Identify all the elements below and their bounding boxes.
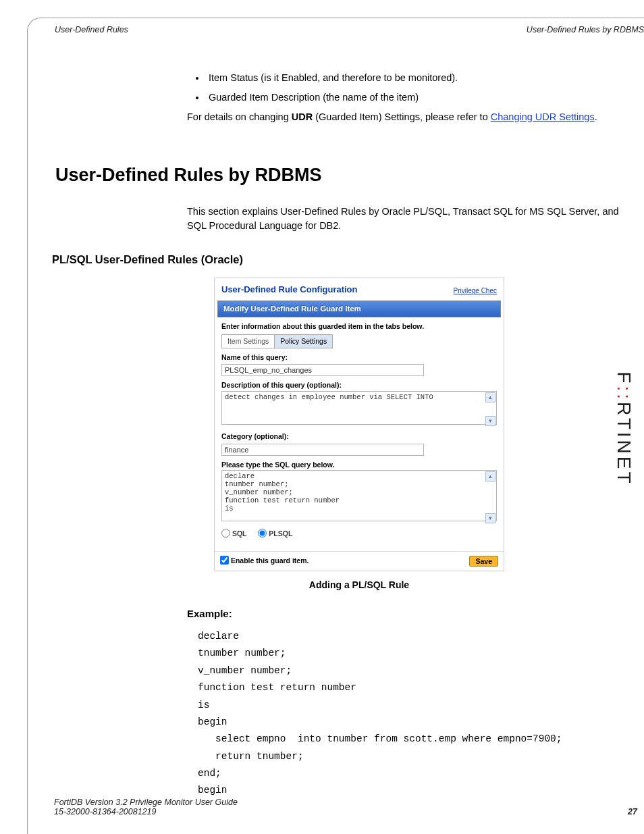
save-button[interactable]: Save — [469, 556, 498, 567]
header-right: User-Defined Rules by RDBMS — [527, 25, 644, 34]
label-query-name: Name of this query: — [221, 353, 497, 363]
enable-guard-checkbox[interactable]: Enable this guard item. — [220, 556, 308, 566]
category-input[interactable] — [221, 444, 424, 456]
footer-docid: 15-32000-81364-20081219 — [54, 807, 238, 816]
brand-post: RTINET — [614, 401, 635, 486]
text: . — [595, 111, 597, 122]
label-category: Category (optional): — [221, 432, 497, 442]
header-left: User-Defined Rules — [55, 25, 128, 34]
code-block: declare tnumber number; v_number number;… — [198, 628, 628, 800]
footer-title: FortiDB Version 3.2 Privilege Monitor Us… — [54, 798, 238, 807]
subsection-heading: PL/SQL User-Defined Rules (Oracle) — [52, 252, 628, 268]
content-area: Item Status (is it Enabled, and therefor… — [28, 34, 644, 800]
dialog-title: User-Defined Rule Configuration — [221, 284, 358, 296]
running-header: User-Defined Rules User-Defined Rules by… — [28, 25, 644, 34]
dialog-subheader: Modify User-Defined Rule Guard Item — [217, 301, 501, 317]
radio-sql[interactable]: SQL — [221, 529, 247, 538]
query-name-input[interactable] — [221, 364, 424, 376]
list-item: Item Status (is it Enabled, and therefor… — [206, 71, 628, 85]
paragraph: For details on changing UDR (Guarded Ite… — [187, 110, 628, 124]
brand-pre: F — [614, 371, 635, 386]
changing-udr-settings-link[interactable]: Changing UDR Settings — [491, 111, 595, 122]
scroll-down-icon[interactable]: ▾ — [485, 513, 495, 523]
section-heading: User-Defined Rules by RDBMS — [55, 162, 628, 188]
bold-text: UDR — [292, 111, 313, 122]
list-item: Guarded Item Description (the name of th… — [206, 90, 628, 105]
tab-item-settings[interactable]: Item Settings — [221, 334, 274, 348]
page-number: 27 — [628, 807, 637, 816]
query-desc-textarea[interactable]: detect changes in employee number via SE… — [221, 391, 497, 425]
page-footer: FortiDB Version 3.2 Privilege Monitor Us… — [54, 798, 637, 816]
example-heading: Example: — [187, 606, 628, 621]
label-query-desc: Description of this query (optional): — [221, 380, 497, 390]
udr-config-dialog: User-Defined Rule Configuration Privileg… — [214, 278, 504, 571]
radio-plsql[interactable]: PLSQL — [258, 529, 292, 538]
intro-paragraph: This section explains User-Defined Rules… — [187, 205, 628, 233]
sql-query-textarea[interactable]: declare tnumber number; v_number number;… — [221, 470, 497, 521]
radio-sql-label: SQL — [232, 529, 247, 538]
fortinet-logo: F::RTINET — [613, 371, 635, 486]
brand-red-dots: :: — [614, 386, 635, 402]
scroll-up-icon[interactable]: ▴ — [485, 392, 495, 402]
dialog-titlebar: User-Defined Rule Configuration Privileg… — [215, 278, 504, 298]
footer-left: FortiDB Version 3.2 Privilege Monitor Us… — [54, 798, 238, 816]
text: For details on changing — [187, 111, 292, 122]
label-sql: Please type the SQL query below. — [221, 460, 497, 470]
dialog-hint: Enter information about this guarded ite… — [221, 321, 497, 332]
tab-policy-settings[interactable]: Policy Settings — [274, 334, 333, 348]
radio-plsql-label: PLSQL — [269, 529, 292, 538]
page-frame: User-Defined Rules User-Defined Rules by… — [27, 18, 644, 834]
sql-type-radios: SQL PLSQL — [221, 529, 497, 539]
tabs: Item Settings Policy Settings — [221, 334, 497, 348]
enable-guard-label: Enable this guard item. — [231, 556, 309, 565]
figure-caption: Adding a PL/SQL Rule — [214, 578, 504, 592]
text: (Guarded Item) Settings, please refer to — [313, 111, 491, 122]
bullet-list: Item Status (is it Enabled, and therefor… — [206, 71, 628, 105]
privilege-check-link[interactable]: Privilege Chec — [454, 286, 497, 296]
dialog-footer: Enable this guard item. Save — [215, 551, 504, 571]
dialog-body: Enter information about this guarded ite… — [215, 317, 504, 546]
scroll-down-icon[interactable]: ▾ — [485, 416, 495, 426]
scroll-up-icon[interactable]: ▴ — [485, 471, 495, 481]
